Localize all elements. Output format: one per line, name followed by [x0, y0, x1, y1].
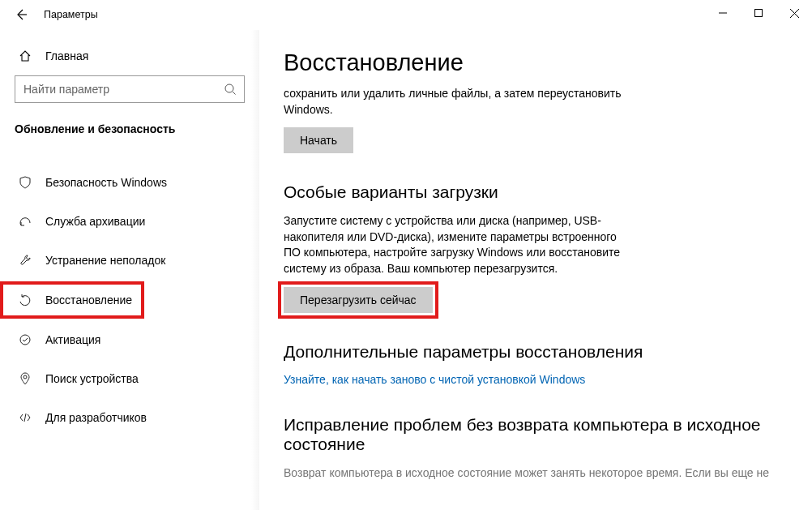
sidebar-item-label: Устранение неполадок [45, 254, 165, 267]
maximize-button[interactable] [741, 0, 776, 26]
back-button[interactable] [13, 6, 29, 23]
activation-icon [16, 333, 34, 346]
sidebar-item-label: Безопасность Windows [45, 176, 167, 189]
reset-start-button[interactable]: Начать [284, 127, 353, 153]
sidebar-item-backup[interactable]: Служба архивации [0, 205, 243, 238]
page-title: Восстановление [284, 49, 784, 76]
home-icon [16, 49, 34, 62]
close-icon [790, 9, 799, 18]
sidebar-item-find-device[interactable]: Поиск устройства [0, 362, 243, 395]
sidebar-item-windows-security[interactable]: Безопасность Windows [0, 166, 243, 199]
sidebar-home-label: Главная [45, 49, 88, 62]
fresh-start-link[interactable]: Узнайте, как начать заново с чистой уста… [284, 373, 585, 386]
sidebar-item-label: Служба архивации [45, 215, 145, 228]
more-recovery-heading: Дополнительные параметры восстановления [284, 342, 784, 362]
reset-desc: сохранить или удалить личные файлы, а за… [284, 86, 632, 118]
advanced-startup-desc: Запустите систему с устройства или диска… [284, 213, 632, 276]
svg-point-3 [24, 375, 27, 379]
sidebar-item-label: Активация [45, 333, 100, 346]
rollback-desc: Возврат компьютера в исходное состояние … [284, 465, 770, 482]
svg-rect-0 [755, 10, 763, 17]
sidebar-item-developers[interactable]: Для разработчиков [0, 401, 243, 434]
sidebar-item-label: Поиск устройства [45, 372, 139, 385]
sidebar-item-troubleshoot[interactable]: Устранение неполадок [0, 244, 243, 276]
advanced-startup-heading: Особые варианты загрузки [284, 182, 784, 202]
search-icon [216, 83, 244, 96]
close-button[interactable] [776, 0, 812, 26]
rollback-heading: Исправление проблем без возврата компьют… [284, 415, 784, 454]
sidebar: Главная Обновление и безопасность Безопа… [0, 30, 259, 510]
main-content: Восстановление сохранить или удалить лич… [259, 30, 812, 510]
sidebar-item-activation[interactable]: Активация [0, 324, 243, 356]
sidebar-item-recovery[interactable]: Восстановление [0, 281, 144, 319]
sidebar-item-label: Для разработчиков [45, 411, 147, 424]
restart-now-button[interactable]: Перезагрузить сейчас [284, 287, 433, 313]
find-device-icon [16, 372, 34, 385]
sidebar-shadow [251, 30, 259, 510]
developer-icon [16, 411, 34, 424]
section-reset-pc: сохранить или удалить личные файлы, а за… [284, 86, 784, 153]
section-more-recovery: Дополнительные параметры восстановления … [284, 342, 784, 386]
sidebar-item-label: Восстановление [45, 294, 132, 306]
recovery-icon [16, 294, 34, 306]
category-heading: Обновление и безопасность [0, 121, 259, 142]
window-controls [705, 0, 812, 26]
search-box[interactable] [15, 75, 245, 103]
sidebar-home[interactable]: Главная [0, 45, 259, 75]
window-title: Параметры [44, 9, 98, 20]
minimize-icon [719, 9, 727, 17]
section-advanced-startup: Особые варианты загрузки Запустите систе… [284, 182, 784, 312]
shield-icon [16, 176, 34, 189]
svg-point-2 [20, 335, 30, 345]
section-rollback: Исправление проблем без возврата компьют… [284, 415, 784, 482]
svg-point-1 [225, 84, 233, 92]
maximize-icon [754, 9, 763, 17]
title-bar: Параметры [0, 0, 812, 30]
backup-icon [16, 215, 34, 228]
wrench-icon [16, 254, 34, 267]
minimize-button[interactable] [705, 0, 741, 26]
search-input[interactable] [15, 83, 216, 96]
back-arrow-icon [15, 8, 28, 21]
